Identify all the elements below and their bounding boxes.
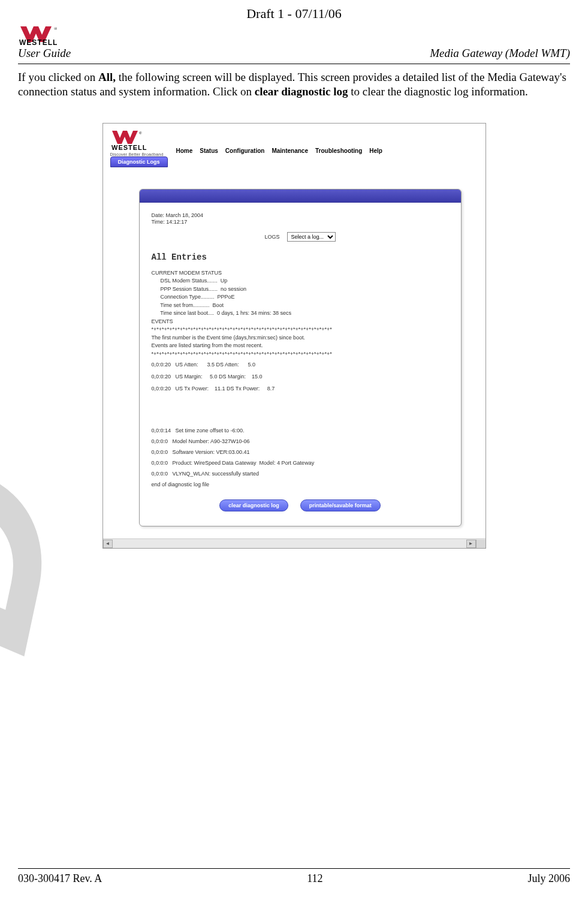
draft-header: Draft 1 - 07/11/06 xyxy=(18,6,570,22)
menu-maintenance[interactable]: Maintenance xyxy=(272,148,308,154)
scroll-corner xyxy=(476,540,486,548)
scroll-track[interactable] xyxy=(113,540,466,548)
draft-watermark: D xyxy=(0,72,108,672)
doc-title: Media Gateway (Model WMT) xyxy=(430,47,570,60)
event-row: 0,0:0:20 US Margin: 5.0 DS Margin: 15.0 xyxy=(152,374,449,380)
footer-page-number: 112 xyxy=(307,872,322,885)
menu-help[interactable]: Help xyxy=(369,148,382,154)
svg-text:®: ® xyxy=(54,26,58,31)
event-row: 0,0:0:0 VLYNQ_WLAN: successfully started xyxy=(152,471,449,477)
westell-logo: WESTELL ® xyxy=(18,24,84,46)
screenshot-container: WESTELL ® Discover Better Broadband Home… xyxy=(102,123,486,549)
svg-text:D: D xyxy=(0,435,108,672)
footer-rev: 030-300417 Rev. A xyxy=(18,872,102,885)
scroll-right-arrow-icon[interactable]: ► xyxy=(466,540,476,548)
event-row: 0,0:0:0 Product: WireSpeed Data Gateway … xyxy=(152,460,449,466)
log-panel: Date: March 18, 2004 Time: 14:12:17 LOGS… xyxy=(139,189,462,527)
event-row: 0,0:0:14 Set time zone offset to -6:00. xyxy=(152,428,449,434)
tab-diagnostic-logs[interactable]: Diagnostic Logs xyxy=(110,156,168,167)
date-label: Date: March 18, 2004 xyxy=(152,212,449,219)
svg-text:®: ® xyxy=(139,131,142,135)
horizontal-scrollbar[interactable]: ◄ ► xyxy=(103,538,486,548)
all-entries-heading: All Entries xyxy=(152,252,449,262)
current-modem-status: CURRENT MODEM STATUS DSL Modem Status...… xyxy=(152,269,449,359)
printable-savable-format-button[interactable]: printable/savable format xyxy=(300,499,381,511)
menu-home[interactable]: Home xyxy=(176,148,193,154)
end-of-log: end of diagnostic log file xyxy=(152,481,449,487)
panel-header-bar xyxy=(140,189,461,203)
clear-diagnostic-log-button[interactable]: clear diagnostic log xyxy=(219,499,288,511)
page-footer: 030-300417 Rev. A 112 July 2006 xyxy=(18,868,570,885)
event-row: 0,0:0:20 US Atten: 3.5 DS Atten: 5.0 xyxy=(152,362,449,368)
event-row: 0,0:0:20 US Tx Power: 11.1 DS Tx Power: … xyxy=(152,386,449,392)
scroll-left-arrow-icon[interactable]: ◄ xyxy=(103,540,113,548)
svg-text:WESTELL: WESTELL xyxy=(19,38,58,46)
menu-configuration[interactable]: Configuration xyxy=(225,148,265,154)
menu-troubleshooting[interactable]: Troubleshooting xyxy=(315,148,362,154)
event-row: 0,0:0:0 Model Number: A90-327W10-06 xyxy=(152,438,449,444)
logs-label: LOGS xyxy=(264,234,279,240)
logs-select[interactable]: Select a log... xyxy=(287,232,336,242)
footer-date: July 2006 xyxy=(527,872,570,885)
time-label: Time: 14:12:17 xyxy=(152,219,449,226)
menu-status[interactable]: Status xyxy=(200,148,218,154)
svg-text:WESTELL: WESTELL xyxy=(111,144,147,151)
page-header-row: WESTELL ® User Guide Media Gateway (Mode… xyxy=(18,24,570,64)
tagline: Discover Better Broadband xyxy=(110,152,164,156)
westell-logo-small: WESTELL ® xyxy=(110,130,164,151)
user-guide-label: User Guide xyxy=(18,47,71,60)
event-row: 0,0:0:0 Software Version: VER:03.00.41 xyxy=(152,449,449,455)
intro-paragraph: If you clicked on All, the following scr… xyxy=(18,70,570,99)
main-menu: Home Status Configuration Maintenance Tr… xyxy=(176,148,382,156)
